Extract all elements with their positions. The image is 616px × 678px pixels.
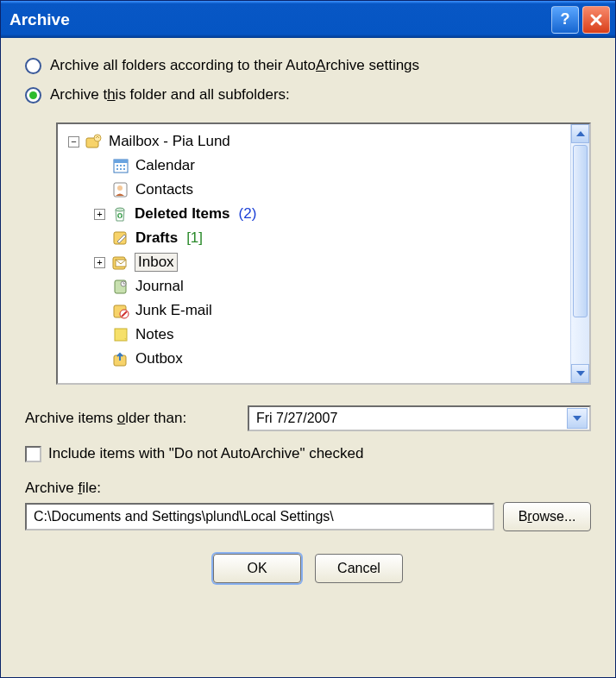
svg-point-6 [117, 185, 123, 191]
include-label: Include items with "Do not AutoArchive" … [48, 445, 363, 462]
tree-label: Notes [135, 326, 173, 343]
radio-archive-this[interactable]: Archive this folder and all subfolders: [25, 86, 591, 104]
browse-button[interactable]: Browse... [503, 502, 591, 531]
trash-icon [110, 205, 129, 223]
tree-node-mailbox[interactable]: − Mailbox - Pia Lund [63, 129, 565, 154]
tree-label: Drafts [135, 229, 178, 247]
combo-dropdown-button[interactable] [567, 408, 588, 429]
scroll-down-button[interactable] [571, 364, 589, 383]
checkbox-icon[interactable] [25, 446, 41, 462]
expand-icon[interactable]: + [94, 257, 105, 268]
tree-node-calendar[interactable]: Calendar [63, 154, 565, 178]
radio-icon [25, 87, 41, 104]
window-title: Archive [9, 10, 548, 29]
tree-node-contacts[interactable]: Contacts [63, 178, 565, 202]
tree-label: Deleted Items [135, 205, 230, 223]
tree-label: Outbox [135, 350, 183, 367]
ok-button[interactable]: OK [213, 554, 301, 583]
scroll-up-button[interactable] [571, 124, 589, 143]
date-combo[interactable]: Fri 7/27/2007 [248, 405, 591, 431]
close-icon [589, 13, 603, 27]
dialog-content: Archive all folders according to their A… [1, 38, 615, 677]
svg-point-7 [116, 208, 124, 211]
radio-archive-all[interactable]: Archive all folders according to their A… [25, 57, 591, 74]
journal-icon [111, 278, 130, 295]
junk-icon [111, 302, 130, 319]
inbox-icon [110, 254, 129, 271]
file-path-value: C:\Documents and Settings\plund\Local Se… [34, 509, 334, 524]
file-path-input[interactable]: C:\Documents and Settings\plund\Local Se… [25, 503, 494, 530]
close-button[interactable] [582, 6, 610, 34]
chevron-up-icon [576, 131, 585, 136]
radio-label-this: Archive this folder and all subfolders: [50, 86, 290, 104]
older-than-label: Archive items older than: [25, 410, 248, 427]
tree-node-deleted[interactable]: + Deleted Items (2) [63, 202, 565, 226]
contacts-icon [111, 181, 130, 198]
file-row: C:\Documents and Settings\plund\Local Se… [25, 502, 591, 531]
notes-icon [111, 326, 130, 343]
scrollbar[interactable] [570, 124, 589, 383]
scroll-thumb[interactable] [573, 145, 588, 317]
count-badge: [1] [186, 229, 203, 247]
dialog-buttons: OK Cancel [25, 554, 591, 583]
drafts-icon [111, 229, 130, 247]
include-checkbox-row[interactable]: Include items with "Do not AutoArchive" … [25, 445, 591, 462]
tree-node-notes[interactable]: Notes [63, 323, 565, 347]
tree-label: Inbox [135, 253, 178, 272]
folder-tree[interactable]: − Mailbox - Pia Lund Calendar [56, 122, 591, 385]
tree-node-drafts[interactable]: Drafts [1] [63, 226, 565, 250]
tree-node-journal[interactable]: Journal [63, 274, 565, 298]
tree-label: Mailbox - Pia Lund [109, 133, 230, 150]
tree-label: Journal [135, 278, 184, 295]
cancel-button[interactable]: Cancel [315, 554, 403, 583]
svg-point-1 [94, 135, 101, 141]
older-than-row: Archive items older than: Fri 7/27/2007 [25, 405, 591, 431]
tree-node-junk[interactable]: Junk E-mail [63, 298, 565, 323]
mailbox-icon [85, 133, 104, 150]
tree-label: Junk E-mail [135, 302, 212, 319]
outbox-icon [111, 350, 130, 367]
svg-rect-3 [114, 160, 128, 163]
tree-node-outbox[interactable]: Outbox [63, 347, 565, 371]
date-value: Fri 7/27/2007 [256, 411, 567, 426]
help-button[interactable]: ? [551, 6, 579, 34]
radio-icon [25, 58, 41, 74]
calendar-icon [111, 157, 130, 174]
chevron-down-icon [576, 371, 585, 376]
tree-label: Calendar [135, 157, 195, 174]
chevron-down-icon [573, 416, 581, 421]
expand-icon[interactable]: + [94, 209, 105, 220]
collapse-icon[interactable]: − [68, 136, 79, 148]
titlebar: Archive ? [1, 1, 615, 38]
tree-label: Contacts [135, 181, 193, 198]
scroll-track[interactable] [571, 143, 589, 364]
count-badge: (2) [239, 205, 257, 223]
tree-content: − Mailbox - Pia Lund Calendar [58, 124, 570, 383]
archive-dialog: Archive ? Archive all folders according … [0, 0, 616, 678]
tree-node-inbox[interactable]: + Inbox [63, 250, 565, 274]
archive-file-label: Archive file: [25, 480, 591, 497]
radio-label-all: Archive all folders according to their A… [50, 57, 419, 74]
